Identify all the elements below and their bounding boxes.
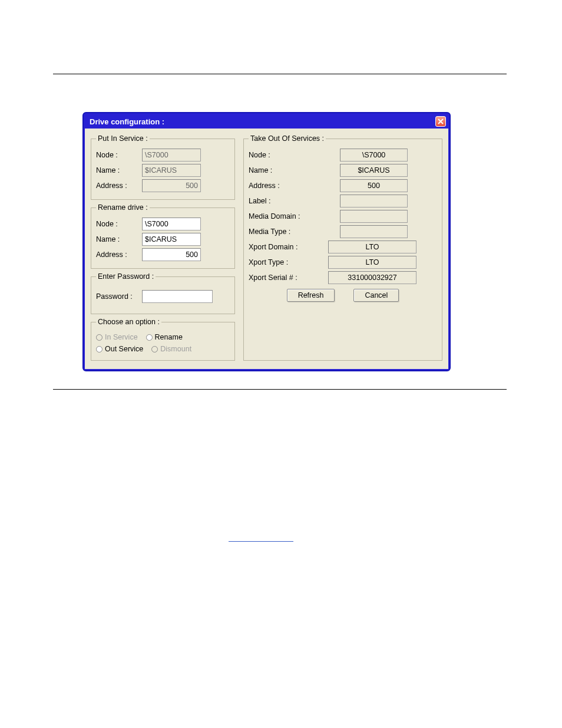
rd-address-label: Address : — [96, 251, 142, 259]
radio-rename[interactable]: Rename — [146, 333, 183, 341]
choose-option-group: Choose an option : In Service Rename Out… — [91, 318, 235, 361]
to-media-domain-value — [340, 210, 408, 223]
rename-drive-group: Rename drive : Node : \S7000 Name : $ICA… — [91, 203, 235, 269]
radio-icon — [151, 346, 158, 353]
to-xport-type-label: Xport Type : — [249, 258, 328, 266]
radio-out-service-label: Out Service — [105, 345, 143, 353]
to-name-label: Name : — [249, 166, 340, 174]
pis-address-field: 500 — [142, 179, 201, 192]
radio-icon — [96, 334, 103, 341]
dialog-body: Put In Service : Node : \S7000 Name : $I… — [85, 129, 448, 369]
rd-address-field[interactable]: 500 — [142, 248, 201, 261]
cancel-button[interactable]: Cancel — [353, 289, 399, 302]
radio-in-service-label: In Service — [105, 333, 138, 341]
to-address-label: Address : — [249, 182, 340, 190]
page-top-rule — [53, 74, 507, 74]
radio-dismount: Dismount — [151, 345, 191, 353]
page-bottom-rule — [53, 389, 507, 390]
radio-rename-label: Rename — [155, 333, 183, 341]
password-label: Password : — [96, 292, 142, 301]
pis-node-label: Node : — [96, 151, 142, 159]
radio-in-service: In Service — [96, 333, 138, 341]
put-in-service-legend: Put In Service : — [96, 134, 150, 143]
to-name-value: $ICARUS — [340, 164, 408, 177]
enter-password-group: Enter Password : Password : — [91, 272, 235, 314]
radio-icon — [96, 346, 103, 353]
to-xport-domain-label: Xport Domain : — [249, 243, 328, 251]
enter-password-legend: Enter Password : — [96, 272, 156, 281]
titlebar: Drive configuration : — [85, 114, 448, 129]
to-xport-type-value: LTO — [328, 256, 416, 269]
take-out-group: Take Out Of Services : Node : \S7000 Nam… — [243, 134, 442, 361]
to-media-type-value — [340, 225, 408, 238]
left-column: Put In Service : Node : \S7000 Name : $I… — [91, 134, 235, 361]
pis-name-label: Name : — [96, 166, 142, 174]
to-media-domain-label: Media Domain : — [249, 212, 340, 220]
take-out-legend: Take Out Of Services : — [249, 134, 326, 143]
radio-dismount-label: Dismount — [160, 345, 191, 353]
password-input[interactable] — [142, 290, 213, 303]
to-media-type-label: Media Type : — [249, 228, 340, 236]
to-label-value — [340, 195, 408, 207]
to-xport-serial-value: 331000032927 — [328, 271, 416, 284]
pis-node-field: \S7000 — [142, 149, 201, 162]
rename-drive-legend: Rename drive : — [96, 203, 150, 212]
to-node-label: Node : — [249, 151, 340, 159]
rd-node-field[interactable]: \S7000 — [142, 218, 201, 230]
pis-address-label: Address : — [96, 182, 142, 190]
put-in-service-group: Put In Service : Node : \S7000 Name : $I… — [91, 134, 235, 200]
rd-name-label: Name : — [96, 235, 142, 243]
to-xport-serial-label: Xport Serial # : — [249, 274, 328, 282]
refresh-button[interactable]: Refresh — [287, 289, 335, 302]
drive-configuration-dialog: Drive configuration : Put In Service : N… — [82, 112, 451, 371]
dialog-title: Drive configuration : — [87, 117, 164, 126]
page-link-underline — [229, 541, 293, 542]
to-xport-domain-value: LTO — [328, 241, 416, 253]
to-node-value: \S7000 — [340, 149, 408, 162]
radio-out-service[interactable]: Out Service — [96, 345, 143, 353]
rd-name-field[interactable]: $ICARUS — [142, 233, 201, 246]
to-address-value: 500 — [340, 179, 408, 192]
right-column: Take Out Of Services : Node : \S7000 Nam… — [243, 134, 442, 361]
radio-icon — [146, 334, 153, 341]
rd-node-label: Node : — [96, 220, 142, 228]
to-label-label: Label : — [249, 197, 340, 205]
pis-name-field: $ICARUS — [142, 164, 201, 177]
close-icon[interactable] — [435, 116, 446, 127]
choose-option-legend: Choose an option : — [96, 318, 161, 326]
